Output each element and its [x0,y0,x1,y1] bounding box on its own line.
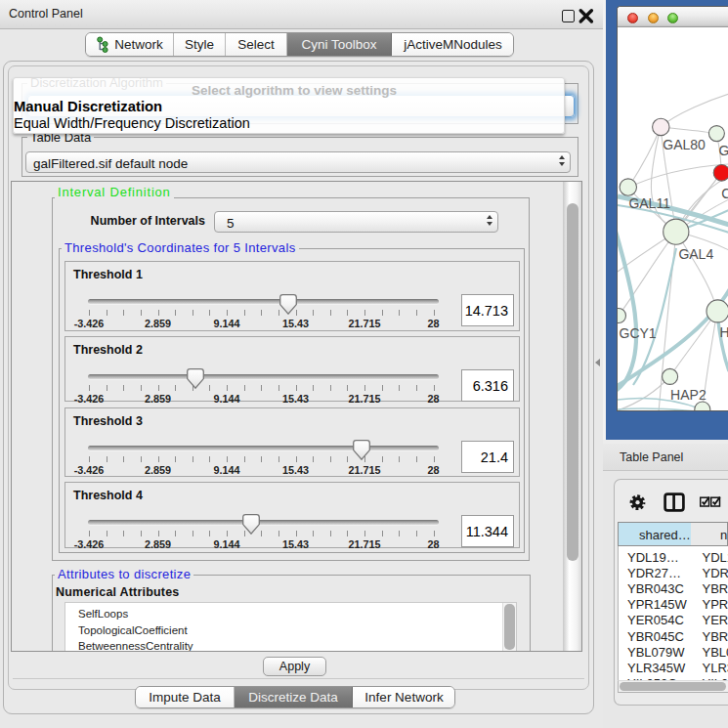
svg-text:GAL4: GAL4 [678,246,713,262]
svg-text:GAL11: GAL11 [628,195,670,211]
svg-text:HA: HA [720,324,728,340]
svg-text:GAL80: GAL80 [663,137,706,152]
svg-text:GA: GA [719,143,728,158]
svg-text:CR: CR [721,186,728,201]
svg-text:GCY1: GCY1 [620,325,657,341]
svg-text:HAP2: HAP2 [670,387,707,403]
